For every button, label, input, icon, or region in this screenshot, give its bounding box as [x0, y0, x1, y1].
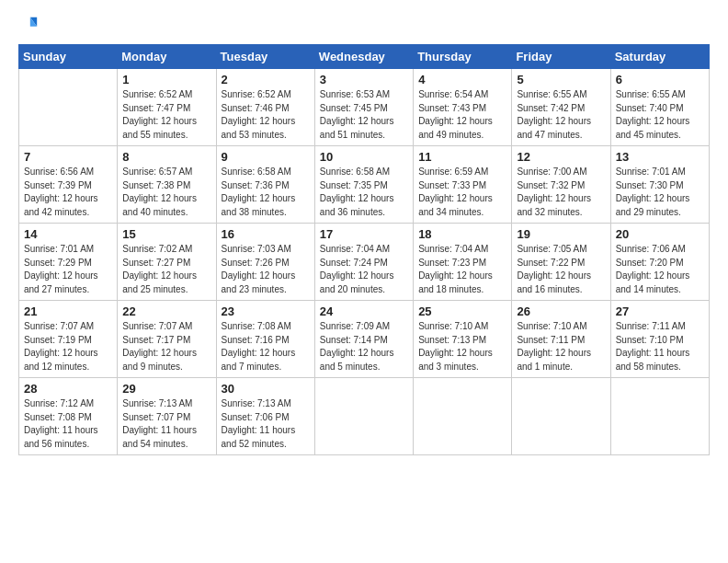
- day-info: Sunrise: 6:55 AM Sunset: 7:42 PM Dayligh…: [517, 88, 605, 142]
- day-info: Sunrise: 6:58 AM Sunset: 7:35 PM Dayligh…: [320, 166, 408, 219]
- dow-header-monday: Monday: [118, 45, 216, 69]
- day-number: 25: [418, 304, 506, 318]
- calendar-cell: 22Sunrise: 7:07 AM Sunset: 7:17 PM Dayli…: [118, 301, 216, 378]
- calendar-cell: 25Sunrise: 7:10 AM Sunset: 7:13 PM Dayli…: [414, 301, 512, 378]
- week-row-4: 21Sunrise: 7:07 AM Sunset: 7:19 PM Dayli…: [19, 301, 710, 378]
- dow-header-saturday: Saturday: [610, 45, 709, 69]
- day-info: Sunrise: 7:10 AM Sunset: 7:13 PM Dayligh…: [418, 320, 506, 373]
- day-info: Sunrise: 7:09 AM Sunset: 7:14 PM Dayligh…: [320, 320, 408, 373]
- calendar-cell: [414, 378, 512, 455]
- day-info: Sunrise: 7:00 AM Sunset: 7:32 PM Dayligh…: [517, 166, 605, 219]
- day-info: Sunrise: 6:53 AM Sunset: 7:45 PM Dayligh…: [320, 88, 408, 142]
- calendar-cell: 24Sunrise: 7:09 AM Sunset: 7:14 PM Dayli…: [314, 301, 413, 378]
- day-number: 8: [122, 150, 210, 164]
- day-info: Sunrise: 6:54 AM Sunset: 7:43 PM Dayligh…: [418, 88, 506, 142]
- day-info: Sunrise: 7:07 AM Sunset: 7:19 PM Dayligh…: [24, 320, 112, 373]
- day-info: Sunrise: 6:52 AM Sunset: 7:46 PM Dayligh…: [222, 88, 310, 142]
- day-info: Sunrise: 7:03 AM Sunset: 7:26 PM Dayligh…: [222, 243, 310, 296]
- day-number: 11: [418, 150, 506, 164]
- day-info: Sunrise: 6:56 AM Sunset: 7:39 PM Dayligh…: [24, 166, 112, 219]
- calendar-body: 1Sunrise: 6:52 AM Sunset: 7:47 PM Daylig…: [19, 69, 710, 455]
- day-number: 4: [418, 73, 506, 86]
- day-number: 20: [616, 227, 704, 241]
- day-number: 27: [616, 304, 704, 318]
- calendar-cell: 9Sunrise: 6:58 AM Sunset: 7:36 PM Daylig…: [216, 146, 314, 224]
- day-info: Sunrise: 6:57 AM Sunset: 7:38 PM Dayligh…: [122, 166, 210, 219]
- calendar-cell: 21Sunrise: 7:07 AM Sunset: 7:19 PM Dayli…: [19, 301, 118, 378]
- calendar-cell: [512, 378, 610, 455]
- day-info: Sunrise: 7:07 AM Sunset: 7:17 PM Dayligh…: [122, 320, 210, 373]
- calendar-cell: 5Sunrise: 6:55 AM Sunset: 7:42 PM Daylig…: [512, 69, 610, 146]
- calendar-cell: 4Sunrise: 6:54 AM Sunset: 7:43 PM Daylig…: [414, 69, 512, 146]
- calendar-cell: 20Sunrise: 7:06 AM Sunset: 7:20 PM Dayli…: [610, 224, 709, 301]
- calendar-cell: 27Sunrise: 7:11 AM Sunset: 7:10 PM Dayli…: [610, 301, 709, 378]
- day-number: 3: [320, 73, 408, 86]
- calendar-cell: 7Sunrise: 6:56 AM Sunset: 7:39 PM Daylig…: [19, 146, 118, 224]
- day-number: 16: [222, 227, 310, 241]
- day-info: Sunrise: 7:12 AM Sunset: 7:08 PM Dayligh…: [24, 397, 112, 451]
- day-number: 10: [320, 150, 408, 164]
- day-number: 15: [122, 227, 210, 241]
- day-number: 18: [418, 227, 506, 241]
- day-info: Sunrise: 7:02 AM Sunset: 7:27 PM Dayligh…: [122, 243, 210, 296]
- day-number: 1: [122, 73, 210, 86]
- dow-header-wednesday: Wednesday: [314, 45, 413, 69]
- day-info: Sunrise: 7:04 AM Sunset: 7:24 PM Dayligh…: [320, 243, 408, 296]
- week-row-5: 28Sunrise: 7:12 AM Sunset: 7:08 PM Dayli…: [19, 378, 710, 455]
- calendar-cell: 29Sunrise: 7:13 AM Sunset: 7:07 PM Dayli…: [118, 378, 216, 455]
- day-info: Sunrise: 7:05 AM Sunset: 7:22 PM Dayligh…: [517, 243, 605, 296]
- calendar-cell: [610, 378, 709, 455]
- day-number: 13: [616, 150, 704, 164]
- day-info: Sunrise: 6:59 AM Sunset: 7:33 PM Dayligh…: [418, 166, 506, 219]
- calendar-cell: 12Sunrise: 7:00 AM Sunset: 7:32 PM Dayli…: [512, 146, 610, 224]
- day-number: 7: [24, 150, 112, 164]
- calendar-cell: 11Sunrise: 6:59 AM Sunset: 7:33 PM Dayli…: [414, 146, 512, 224]
- logo: [18, 15, 40, 35]
- header: [18, 15, 710, 35]
- day-number: 21: [24, 304, 112, 318]
- day-info: Sunrise: 7:13 AM Sunset: 7:07 PM Dayligh…: [122, 397, 210, 451]
- day-info: Sunrise: 7:01 AM Sunset: 7:30 PM Dayligh…: [616, 166, 704, 219]
- day-number: 9: [222, 150, 310, 164]
- day-info: Sunrise: 7:01 AM Sunset: 7:29 PM Dayligh…: [24, 243, 112, 296]
- day-number: 5: [517, 73, 605, 86]
- day-number: 23: [222, 304, 310, 318]
- day-info: Sunrise: 6:58 AM Sunset: 7:36 PM Dayligh…: [222, 166, 310, 219]
- dow-header-friday: Friday: [512, 45, 610, 69]
- calendar-cell: 1Sunrise: 6:52 AM Sunset: 7:47 PM Daylig…: [118, 69, 216, 146]
- calendar-cell: [314, 378, 413, 455]
- calendar-cell: 2Sunrise: 6:52 AM Sunset: 7:46 PM Daylig…: [216, 69, 314, 146]
- day-info: Sunrise: 7:06 AM Sunset: 7:20 PM Dayligh…: [616, 243, 704, 296]
- day-info: Sunrise: 6:52 AM Sunset: 7:47 PM Dayligh…: [122, 88, 210, 142]
- day-number: 29: [122, 382, 210, 396]
- day-number: 26: [517, 304, 605, 318]
- week-row-3: 14Sunrise: 7:01 AM Sunset: 7:29 PM Dayli…: [19, 224, 710, 301]
- calendar-cell: 16Sunrise: 7:03 AM Sunset: 7:26 PM Dayli…: [216, 224, 314, 301]
- calendar-cell: 8Sunrise: 6:57 AM Sunset: 7:38 PM Daylig…: [118, 146, 216, 224]
- day-number: 12: [517, 150, 605, 164]
- day-info: Sunrise: 7:11 AM Sunset: 7:10 PM Dayligh…: [616, 320, 704, 373]
- week-row-1: 1Sunrise: 6:52 AM Sunset: 7:47 PM Daylig…: [19, 69, 710, 146]
- day-number: 14: [24, 227, 112, 241]
- calendar-cell: 30Sunrise: 7:13 AM Sunset: 7:06 PM Dayli…: [216, 378, 314, 455]
- dow-header-sunday: Sunday: [19, 45, 118, 69]
- day-info: Sunrise: 7:04 AM Sunset: 7:23 PM Dayligh…: [418, 243, 506, 296]
- logo-icon: [18, 15, 39, 35]
- day-number: 2: [222, 73, 310, 86]
- day-number: 17: [320, 227, 408, 241]
- day-info: Sunrise: 7:13 AM Sunset: 7:06 PM Dayligh…: [222, 397, 310, 451]
- calendar-cell: 23Sunrise: 7:08 AM Sunset: 7:16 PM Dayli…: [216, 301, 314, 378]
- calendar-cell: 14Sunrise: 7:01 AM Sunset: 7:29 PM Dayli…: [19, 224, 118, 301]
- calendar-cell: 13Sunrise: 7:01 AM Sunset: 7:30 PM Dayli…: [610, 146, 709, 224]
- calendar-cell: [19, 69, 118, 146]
- calendar-cell: 6Sunrise: 6:55 AM Sunset: 7:40 PM Daylig…: [610, 69, 709, 146]
- calendar-cell: 15Sunrise: 7:02 AM Sunset: 7:27 PM Dayli…: [118, 224, 216, 301]
- day-number: 19: [517, 227, 605, 241]
- days-of-week-row: SundayMondayTuesdayWednesdayThursdayFrid…: [19, 45, 710, 69]
- day-number: 6: [616, 73, 704, 86]
- calendar-cell: 3Sunrise: 6:53 AM Sunset: 7:45 PM Daylig…: [314, 69, 413, 146]
- day-number: 22: [122, 304, 210, 318]
- dow-header-thursday: Thursday: [414, 45, 512, 69]
- day-number: 24: [320, 304, 408, 318]
- calendar-cell: 17Sunrise: 7:04 AM Sunset: 7:24 PM Dayli…: [314, 224, 413, 301]
